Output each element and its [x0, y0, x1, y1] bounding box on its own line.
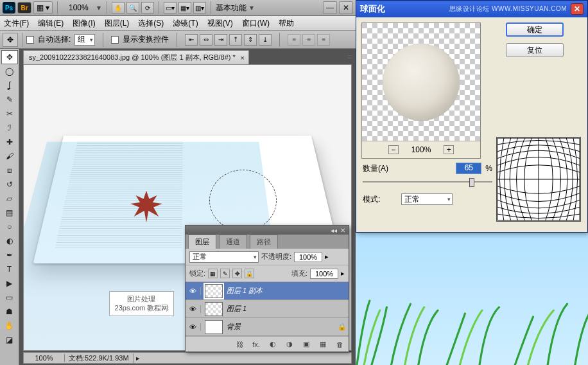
delete-layer-icon[interactable]: 🗑: [334, 340, 345, 349]
status-zoom[interactable]: 100%: [24, 354, 65, 362]
gradient-tool[interactable]: ▤: [1, 206, 18, 220]
ok-button[interactable]: 确定: [506, 22, 564, 37]
amount-slider[interactable]: [363, 177, 492, 187]
close-icon[interactable]: ×: [240, 54, 244, 62]
align-top-icon[interactable]: ⤒: [229, 34, 242, 46]
lock-pixels-icon[interactable]: ✎: [220, 269, 230, 278]
adjustment-layer-icon[interactable]: ◑: [284, 340, 295, 349]
menu-layer[interactable]: 图层(L): [105, 18, 130, 29]
blur-tool[interactable]: ○: [1, 220, 18, 234]
chevron-right-icon[interactable]: ▸: [136, 354, 140, 362]
link-layers-icon[interactable]: ⛓: [234, 340, 245, 349]
path-select-tool[interactable]: ▶: [1, 276, 18, 290]
new-layer-icon[interactable]: ▦: [318, 340, 328, 349]
visibility-icon[interactable]: 👁: [186, 305, 201, 313]
3d-tool[interactable]: ☗: [1, 305, 18, 319]
menu-file[interactable]: 文件(F): [4, 18, 29, 29]
screen-mode-icon[interactable]: ▭▾: [164, 2, 177, 13]
chevron-down-icon[interactable]: ▾: [96, 3, 102, 12]
shape-tool[interactable]: ▭: [1, 290, 18, 305]
menu-window[interactable]: 窗口(W): [242, 18, 270, 29]
close-button[interactable]: ✕: [339, 1, 353, 14]
fill-value[interactable]: 100%: [310, 269, 338, 279]
auto-select-dropdown[interactable]: 组: [74, 34, 95, 46]
crop-tool[interactable]: ✂: [1, 107, 18, 121]
lock-position-icon[interactable]: ✥: [232, 269, 242, 278]
healing-tool[interactable]: ✚: [1, 135, 18, 149]
elliptical-selection[interactable]: [209, 170, 277, 231]
rotate-view-icon[interactable]: ⟳: [141, 2, 154, 13]
tab-channels[interactable]: 通道: [219, 235, 247, 249]
hand-tool-icon[interactable]: ✋: [112, 2, 125, 13]
menu-help[interactable]: 帮助: [279, 18, 294, 29]
align-right-icon[interactable]: ⇥: [214, 34, 227, 46]
quick-select-tool[interactable]: ✎: [1, 93, 18, 107]
blend-mode-dropdown[interactable]: 正常: [189, 251, 259, 263]
menu-edit[interactable]: 编辑(E): [38, 18, 64, 29]
arrange-docs-icon[interactable]: ▦▾: [178, 2, 191, 13]
move-tool[interactable]: ✥: [1, 50, 18, 64]
dialog-titlebar[interactable]: 球面化 思缘设计论坛 WWW.MISSYUAN.COM ✕: [356, 1, 587, 17]
layer-row[interactable]: 👁 背景 🔒: [186, 318, 349, 336]
panel-grip[interactable]: ◂◂✕: [186, 226, 349, 235]
chevron-right-icon[interactable]: ▸: [341, 269, 345, 278]
zoom-out-button[interactable]: −: [388, 145, 399, 154]
align-center-h-icon[interactable]: ⇔: [200, 34, 212, 46]
type-tool[interactable]: T: [1, 262, 18, 276]
layer-name[interactable]: 图层 1: [227, 304, 349, 314]
extras-icon[interactable]: ▥▾: [193, 2, 206, 13]
history-brush-tool[interactable]: ↺: [1, 177, 18, 191]
status-docinfo[interactable]: 文档:522.9K/1.93M: [65, 353, 134, 363]
layer-thumbnail[interactable]: [205, 284, 223, 298]
marquee-tool[interactable]: ◯: [1, 64, 18, 78]
auto-select-checkbox[interactable]: [26, 36, 34, 44]
layer-row[interactable]: 👁 图层 1 副本: [186, 282, 349, 300]
align-bottom-icon[interactable]: ⤓: [259, 34, 272, 46]
chevron-down-icon[interactable]: ▾: [248, 3, 255, 12]
color-swatches[interactable]: ◪: [1, 333, 18, 347]
preview-canvas[interactable]: [362, 23, 480, 141]
launch-bridge-button[interactable]: ▦ ▾: [33, 1, 53, 14]
eraser-tool[interactable]: ▱: [1, 191, 18, 206]
layer-thumbnail[interactable]: [205, 320, 223, 334]
eyedropper-tool[interactable]: ℐ: [1, 121, 18, 135]
align-center-v-icon[interactable]: ⇕: [244, 34, 257, 46]
bridge-icon[interactable]: Br: [17, 2, 31, 13]
visibility-icon[interactable]: 👁: [186, 323, 201, 331]
chevron-right-icon[interactable]: ▸: [325, 253, 329, 261]
visibility-icon[interactable]: 👁: [186, 287, 201, 295]
zoom-tool-icon[interactable]: 🔍: [126, 2, 139, 13]
hand-tool[interactable]: ✋: [1, 319, 18, 333]
workspace-switcher[interactable]: 基本功能: [216, 3, 246, 13]
layer-name[interactable]: 背景: [227, 322, 336, 332]
brush-tool[interactable]: 🖌: [1, 149, 18, 163]
show-transform-checkbox[interactable]: [111, 36, 119, 44]
menu-view[interactable]: 视图(V): [207, 18, 233, 29]
layer-name[interactable]: 图层 1 副本: [227, 286, 349, 296]
opacity-value[interactable]: 100%: [294, 252, 322, 262]
align-left-icon[interactable]: ⇤: [185, 34, 198, 46]
layer-fx-icon[interactable]: fx.: [251, 340, 261, 349]
menu-image[interactable]: 图像(I): [73, 18, 95, 29]
minimize-button[interactable]: —: [323, 1, 337, 14]
document-tab[interactable]: sy_20091022233821640083.jpg @ 100% (图层 1…: [23, 50, 249, 64]
menu-select[interactable]: 选择(S): [138, 18, 164, 29]
tab-layers[interactable]: 图层: [188, 235, 216, 249]
menu-filter[interactable]: 滤镜(T): [173, 18, 198, 29]
lock-all-icon[interactable]: 🔒: [245, 269, 254, 278]
layer-group-icon[interactable]: ▣: [301, 340, 311, 349]
zoom-in-button[interactable]: +: [444, 145, 454, 154]
zoom-level[interactable]: 100%: [62, 3, 94, 12]
layer-thumbnail[interactable]: [205, 302, 223, 316]
layer-row[interactable]: 👁 图层 1: [186, 300, 349, 318]
reset-button[interactable]: 复位: [506, 43, 564, 57]
pen-tool[interactable]: ✒: [1, 248, 18, 262]
lock-transparency-icon[interactable]: ▦: [208, 269, 218, 278]
dodge-tool[interactable]: ◐: [1, 234, 18, 248]
tab-paths[interactable]: 路径: [250, 235, 278, 249]
stamp-tool[interactable]: ⧇: [1, 163, 18, 177]
lasso-tool[interactable]: ʆ: [1, 78, 18, 93]
layer-mask-icon[interactable]: ◐: [268, 340, 278, 349]
mode-dropdown[interactable]: 正常: [401, 193, 453, 205]
close-icon[interactable]: ✕: [571, 3, 584, 15]
